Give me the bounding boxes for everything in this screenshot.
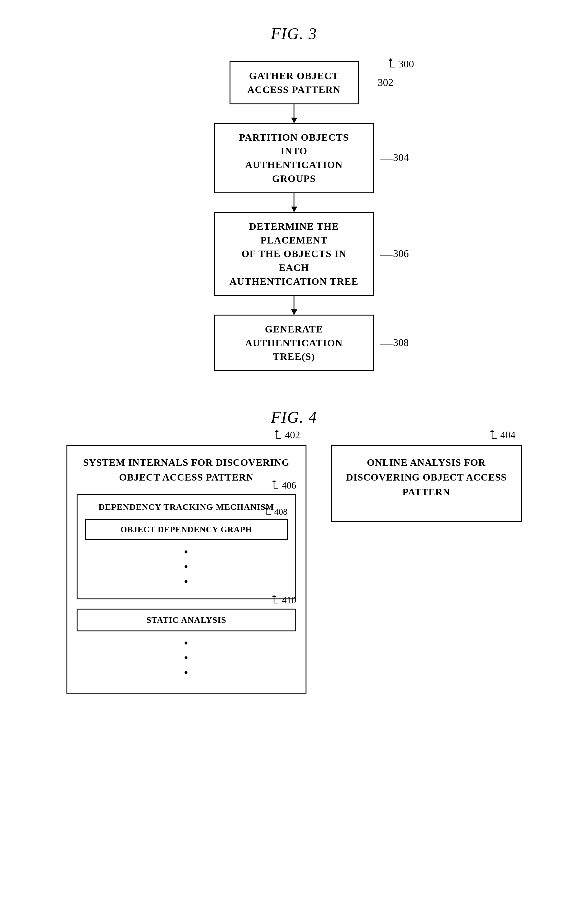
- arrow-2: [294, 193, 294, 212]
- ref-308-number: 308: [393, 337, 409, 348]
- box-generate-auth-tree: GENERATEAUTHENTICATION TREE(S): [214, 315, 374, 371]
- curve-402: ⮤: [273, 429, 284, 439]
- dots-406: •••: [85, 545, 288, 589]
- ref-302: — 302: [365, 77, 394, 89]
- curve-410: ⮤: [270, 595, 281, 604]
- fig4-left-box: SYSTEM INTERNALS FOR DISCOVERING OBJECT …: [66, 445, 307, 694]
- static-analysis-label: STATIC ANALYSIS: [84, 615, 289, 625]
- box-determine-placement: DETERMINE THE PLACEMENTOF THE OBJECTS IN…: [214, 212, 374, 296]
- fig3-row-304: PARTITION OBJECTS INTOAUTHENTICATION GRO…: [214, 123, 374, 193]
- fig3-section: FIG. 3 ⮤ 300 GATHER OBJECTACCESS PATTERN…: [61, 24, 527, 371]
- dots-410: •••: [77, 636, 296, 680]
- fig4-section: FIG. 4 ⮤ 402 SYSTEM INTERNALS FOR DISCOV…: [61, 408, 527, 694]
- ref-410-number: 410: [282, 595, 296, 606]
- ref-406-number: 406: [282, 480, 296, 491]
- ref-408-number: 408: [274, 507, 288, 517]
- ref-300-number: 300: [399, 58, 414, 70]
- curve-308: —: [380, 337, 393, 349]
- ref-304: — 304: [380, 152, 409, 164]
- fig3-row-302: GATHER OBJECTACCESS PATTERN — 302: [229, 61, 359, 104]
- inner-406-wrapper: ⮤ 406 DEPENDENCY TRACKING MECHANISM ⮤ 40…: [77, 494, 296, 599]
- fig3-ref-300: ⮤ 300: [387, 58, 414, 70]
- fig4-right-box: ONLINE ANALYSIS FOR DISCOVERING OBJECT A…: [331, 445, 522, 522]
- static-analysis-box: STATIC ANALYSIS: [77, 608, 296, 631]
- arrow-1: [294, 104, 294, 123]
- fig4-title: FIG. 4: [271, 408, 317, 426]
- arrow-3: [294, 296, 294, 315]
- fig4-left-label: SYSTEM INTERNALS FOR DISCOVERING OBJECT …: [77, 455, 296, 485]
- fig4-right-wrapper: ⮤ 404 ONLINE ANALYSIS FOR DISCOVERING OB…: [331, 445, 522, 522]
- curve-306: —: [380, 248, 393, 260]
- fig4-left-wrapper: ⮤ 402 SYSTEM INTERNALS FOR DISCOVERING O…: [66, 445, 307, 694]
- fig4-ref-402: ⮤ 402: [273, 429, 300, 441]
- curve-408: ⮤: [263, 507, 273, 516]
- fig3-row-308: GENERATEAUTHENTICATION TREE(S) — 308: [214, 315, 374, 371]
- ref-402-number: 402: [285, 429, 300, 441]
- fig3-flowchart: GATHER OBJECTACCESS PATTERN — 302 PARTIT…: [214, 61, 374, 371]
- fig4-ref-406: ⮤ 406: [270, 480, 296, 491]
- fig3-title: FIG. 3: [271, 24, 317, 43]
- box-partition-objects: PARTITION OBJECTS INTOAUTHENTICATION GRO…: [214, 123, 374, 193]
- curve-404: ⮤: [488, 429, 499, 439]
- page: FIG. 3 ⮤ 300 GATHER OBJECTACCESS PATTERN…: [0, 0, 588, 914]
- ref-404-number: 404: [500, 429, 516, 441]
- dependency-tracking-label: DEPENDENCY TRACKING MECHANISM: [85, 501, 288, 513]
- fig4-right-label: ONLINE ANALYSIS FOR DISCOVERING OBJECT A…: [344, 455, 509, 499]
- curve-304: —: [380, 152, 393, 164]
- ref-306-number: 306: [393, 248, 409, 259]
- curve-302: —: [365, 77, 377, 89]
- fig3-row-306: DETERMINE THE PLACEMENTOF THE OBJECTS IN…: [214, 212, 374, 296]
- ref-302-number: 302: [378, 77, 394, 88]
- fig4-ref-404: ⮤ 404: [488, 429, 516, 441]
- inner-410-wrapper: ⮤ 410 STATIC ANALYSIS: [77, 608, 296, 631]
- fig3-wrapper: ⮤ 300 GATHER OBJECTACCESS PATTERN — 302 …: [214, 61, 374, 371]
- curve-300: ⮤: [387, 58, 398, 68]
- inner-408-wrapper: ⮤ 408 OBJECT DEPENDENCY GRAPH: [85, 519, 288, 540]
- box-gather-object: GATHER OBJECTACCESS PATTERN: [229, 61, 359, 104]
- ref-304-number: 304: [393, 152, 409, 163]
- ref-306: — 306: [380, 248, 409, 260]
- fig4-content: ⮤ 402 SYSTEM INTERNALS FOR DISCOVERING O…: [61, 445, 527, 694]
- fig4-ref-410: ⮤ 410: [270, 595, 296, 606]
- object-dependency-box: OBJECT DEPENDENCY GRAPH: [85, 519, 288, 540]
- dependency-tracking-box: DEPENDENCY TRACKING MECHANISM ⮤ 408 OBJE…: [77, 494, 296, 599]
- ref-308: — 308: [380, 337, 409, 349]
- curve-406: ⮤: [270, 480, 281, 490]
- fig4-ref-408: ⮤ 408: [263, 507, 288, 517]
- object-dependency-label: OBJECT DEPENDENCY GRAPH: [92, 525, 281, 534]
